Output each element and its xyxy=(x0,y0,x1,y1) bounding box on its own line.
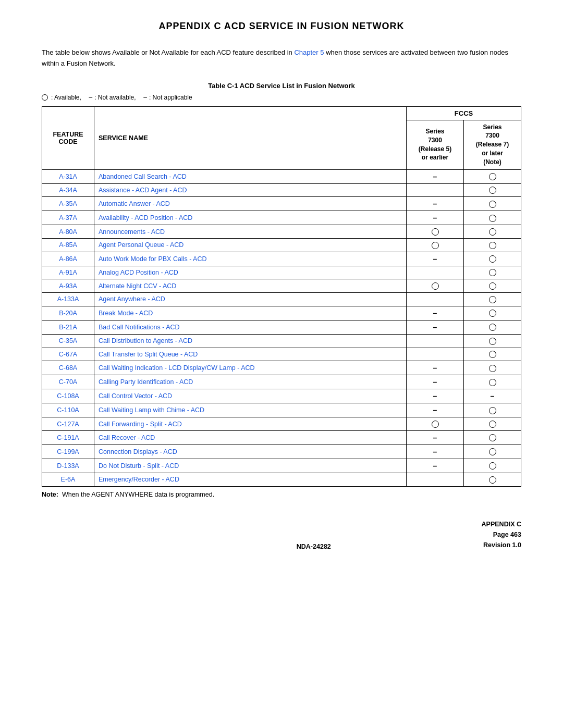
circle-icon xyxy=(432,421,439,428)
feature-code-link[interactable]: C-191A xyxy=(57,434,79,441)
feature-code-link[interactable]: C-108A xyxy=(57,392,79,400)
series2-cell xyxy=(464,183,521,197)
table-row: A-31AAbandoned Call Search - ACD– xyxy=(42,169,521,183)
service-name-link[interactable]: Call Waiting Lamp with Chime - ACD xyxy=(99,406,204,414)
service-name-link[interactable]: Call Recover - ACD xyxy=(99,434,155,441)
dash-icon: – xyxy=(491,392,495,400)
circle-icon xyxy=(489,338,496,345)
feature-code-link[interactable]: B-21A xyxy=(59,324,77,331)
service-name-link[interactable]: Call Waiting Indication - LCD Display/CW… xyxy=(99,364,255,372)
service-name-link[interactable]: Availability - ACD Position - ACD xyxy=(99,214,192,221)
service-name-link[interactable]: Call Distribution to Agents - ACD xyxy=(99,337,192,344)
feature-code-cell: C-68A xyxy=(42,361,94,375)
feature-code-cell: C-191A xyxy=(42,430,94,445)
table-row: A-133AAgent Anywhere - ACD xyxy=(42,293,521,306)
table-row: D-133ADo Not Disturb - Split - ACD– xyxy=(42,459,521,473)
feature-code-cell: B-21A xyxy=(42,320,94,334)
series1-cell: – xyxy=(407,252,464,266)
feature-code-link[interactable]: A-93A xyxy=(59,282,77,290)
table-row: A-80AAnnouncements - ACD xyxy=(42,225,521,239)
feature-code-link[interactable]: C-110A xyxy=(57,406,79,414)
feature-code-link[interactable]: A-34A xyxy=(59,187,77,194)
service-name-cell: Call Recover - ACD xyxy=(94,430,407,445)
feature-code-link[interactable]: C-127A xyxy=(57,421,79,428)
series2-cell xyxy=(464,430,521,445)
service-name-link[interactable]: Automatic Answer - ACD xyxy=(99,200,170,207)
footer-center: NDA-24282 xyxy=(297,543,331,550)
feature-code-link[interactable]: C-70A xyxy=(59,378,77,386)
service-name-link[interactable]: Auto Work Mode for PBX Calls - ACD xyxy=(99,255,206,263)
service-name-cell: Call Waiting Lamp with Chime - ACD xyxy=(94,403,407,417)
service-name-link[interactable]: Announcements - ACD xyxy=(99,228,165,236)
feature-code-cell: A-34A xyxy=(42,183,94,197)
feature-code-link[interactable]: A-85A xyxy=(59,241,77,249)
service-name-link[interactable]: Call Transfer to Split Queue - ACD xyxy=(99,351,198,358)
feature-code-link[interactable]: A-91A xyxy=(59,269,77,276)
feature-code-link[interactable]: A-37A xyxy=(59,214,77,221)
service-name-link[interactable]: Agent Anywhere - ACD xyxy=(99,295,165,303)
legend-not-available-text: : Not available, xyxy=(94,94,136,101)
footer-appendix: APPENDIX C xyxy=(482,521,521,528)
circle-icon xyxy=(489,462,496,470)
circle-icon xyxy=(489,228,496,236)
table-row: C-127ACall Forwarding - Split - ACD xyxy=(42,417,521,431)
series2-cell xyxy=(464,169,521,183)
feature-code-link[interactable]: C-35A xyxy=(59,337,77,344)
table-row: A-93AAlternate Night CCV - ACD xyxy=(42,279,521,293)
feature-code-link[interactable]: E-6A xyxy=(61,476,76,483)
feature-code-link[interactable]: C-68A xyxy=(59,364,77,372)
dash-icon: – xyxy=(433,323,437,331)
service-name-cell: Call Waiting Indication - LCD Display/CW… xyxy=(94,361,407,375)
service-name-cell: Bad Call Notifications - ACD xyxy=(94,320,407,334)
feature-code-link[interactable]: B-20A xyxy=(59,310,77,317)
series1-cell xyxy=(407,279,464,293)
service-name-link[interactable]: Connection Displays - ACD xyxy=(99,448,177,455)
service-name-link[interactable]: Bad Call Notifications - ACD xyxy=(99,324,180,331)
service-name-cell: Call Control Vector - ACD xyxy=(94,389,407,403)
feature-code-link[interactable]: A-80A xyxy=(59,228,77,236)
service-name-link[interactable]: Agent Personal Queue - ACD xyxy=(99,241,183,249)
series2-cell xyxy=(464,361,521,375)
feature-code-link[interactable]: A-86A xyxy=(59,255,77,263)
series2-cell xyxy=(464,306,521,320)
feature-code-cell: A-80A xyxy=(42,225,94,239)
service-name-cell: Call Transfer to Split Queue - ACD xyxy=(94,348,407,361)
table-row: A-85AAgent Personal Queue - ACD xyxy=(42,238,521,252)
dash-icon: – xyxy=(433,406,437,414)
service-name-link[interactable]: Alternate Night CCV - ACD xyxy=(99,282,176,290)
main-table: FEATURE CODE SERVICE NAME FCCS Series730… xyxy=(42,106,521,487)
service-name-link[interactable]: Call Control Vector - ACD xyxy=(99,392,172,400)
chapter5-link[interactable]: Chapter 5 xyxy=(294,48,324,56)
service-name-link[interactable]: Emergency/Recorder - ACD xyxy=(99,476,179,483)
legend-circle-available xyxy=(42,94,48,101)
feature-code-link[interactable]: A-133A xyxy=(57,295,79,303)
service-name-link[interactable]: Call Forwarding - Split - ACD xyxy=(99,421,182,428)
table-body: A-31AAbandoned Call Search - ACD–A-34AAs… xyxy=(42,169,521,486)
service-name-cell: Call Distribution to Agents - ACD xyxy=(94,334,407,348)
footer-right: APPENDIX C Page 463 Revision 1.0 xyxy=(482,519,521,550)
feature-code-link[interactable]: C-67A xyxy=(59,351,77,358)
series1-cell xyxy=(407,225,464,239)
series2-cell xyxy=(464,348,521,361)
service-name-link[interactable]: Do Not Disturb - Split - ACD xyxy=(99,462,179,470)
legend-not-applicable-text: : Not applicable xyxy=(149,94,192,101)
feature-code-link[interactable]: A-31A xyxy=(59,173,77,180)
series1-cell: – xyxy=(407,197,464,211)
feature-code-link[interactable]: A-35A xyxy=(59,200,77,207)
series1-cell: – xyxy=(407,445,464,459)
series2-cell xyxy=(464,279,521,293)
service-name-link[interactable]: Abandoned Call Search - ACD xyxy=(99,173,187,180)
service-name-link[interactable]: Analog ACD Position - ACD xyxy=(99,269,178,276)
circle-icon xyxy=(489,255,496,263)
feature-code-label: FEATURE CODE xyxy=(53,131,83,145)
table-row: C-191ACall Recover - ACD– xyxy=(42,430,521,445)
feature-code-link[interactable]: C-199A xyxy=(57,448,79,455)
circle-icon xyxy=(489,187,496,194)
service-name-link[interactable]: Calling Party Identification - ACD xyxy=(99,378,193,386)
service-name-link[interactable]: Break Mode - ACD xyxy=(99,310,153,317)
series2-cell xyxy=(464,473,521,486)
circle-icon xyxy=(489,351,496,358)
service-name-link[interactable]: Assistance - ACD Agent - ACD xyxy=(99,187,187,194)
service-name-cell: Auto Work Mode for PBX Calls - ACD xyxy=(94,252,407,266)
feature-code-link[interactable]: D-133A xyxy=(57,462,79,470)
